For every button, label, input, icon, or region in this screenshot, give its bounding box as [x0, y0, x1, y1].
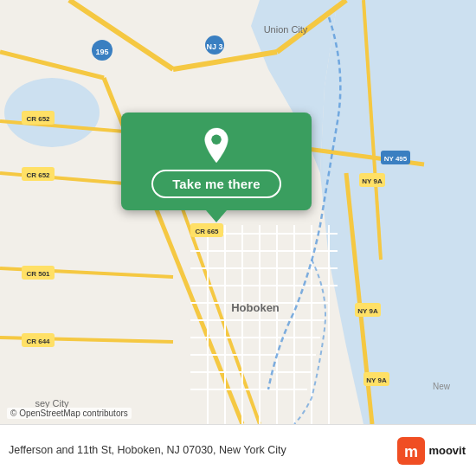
svg-text:Union City: Union City [264, 24, 308, 35]
moovit-brand-name: moovit [428, 444, 466, 457]
svg-text:m: m [404, 443, 418, 460]
map-background: 195 NJ 3 CR 652 CR 652 CR 665 CR 501 CR … [0, 0, 476, 424]
osm-attribution: © OpenStreetMap contributors [7, 408, 132, 419]
svg-text:CR 644: CR 644 [26, 338, 50, 345]
svg-text:NJ 3: NJ 3 [206, 42, 222, 51]
svg-text:NY 9A: NY 9A [362, 177, 383, 185]
svg-text:195: 195 [95, 48, 108, 56]
svg-point-61 [211, 135, 221, 145]
moovit-icon: m [397, 437, 425, 465]
location-popup: Take me there [121, 113, 312, 210]
svg-text:CR 501: CR 501 [26, 270, 50, 278]
svg-text:CR 652: CR 652 [26, 115, 50, 123]
svg-text:NY 495: NY 495 [384, 155, 408, 163]
take-me-there-button[interactable]: Take me there [151, 170, 281, 198]
svg-text:CR 665: CR 665 [195, 228, 219, 235]
bottom-bar: Jefferson and 11th St, Hoboken, NJ 07030… [0, 424, 476, 476]
svg-text:NY 9A: NY 9A [357, 307, 378, 315]
svg-text:New: New [433, 382, 451, 391]
svg-text:CR 652: CR 652 [26, 171, 50, 179]
svg-text:Hoboken: Hoboken [231, 301, 280, 314]
address-label: Jefferson and 11th St, Hoboken, NJ 07030… [9, 443, 397, 459]
svg-text:NY 9A: NY 9A [366, 376, 387, 384]
location-pin-icon [201, 126, 232, 163]
map-container: 195 NJ 3 CR 652 CR 652 CR 665 CR 501 CR … [0, 0, 476, 424]
moovit-logo: m moovit [397, 437, 466, 465]
